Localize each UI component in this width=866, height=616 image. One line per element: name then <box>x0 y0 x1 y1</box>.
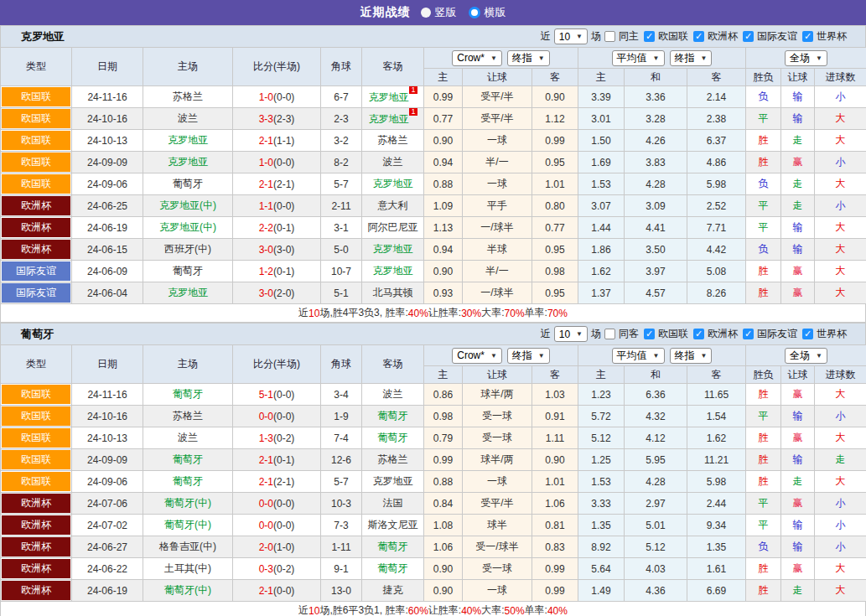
recent-count-select[interactable]: 10 <box>554 326 588 342</box>
topbar: 近期战绩 竖版 横版 <box>0 0 866 25</box>
score-cell: 5-1(0-0) <box>233 384 321 406</box>
avg-away: 2.44 <box>687 493 746 515</box>
league-checkbox-国际友谊[interactable]: ✓ <box>743 329 754 339</box>
avg-draw: 4.57 <box>625 282 687 304</box>
league-badge: 欧国联 <box>1 130 72 152</box>
match-row: 欧洲杯24-06-25克罗地亚(中)1-1(0-0)2-11意大利1.09平手0… <box>1 195 866 217</box>
odds-home: 0.94 <box>424 239 463 261</box>
odds-time-select[interactable]: 终指 <box>507 348 550 364</box>
odds-away: 1.01 <box>532 173 578 195</box>
result-handicap: 走 <box>781 130 815 152</box>
rank-superscript-badge: 1 <box>409 108 417 116</box>
subcol-outcome: 胜负 <box>746 69 781 86</box>
avg-provider-select[interactable]: 平均值 <box>612 348 665 364</box>
league-checkbox-国际友谊[interactable]: ✓ <box>743 31 754 42</box>
odds-home: 0.90 <box>424 580 463 602</box>
away-team: 葡萄牙 <box>362 558 424 580</box>
odds-away: 0.95 <box>532 282 578 304</box>
handicap-line: 球半/两 <box>463 449 532 471</box>
league-checkbox-欧国联[interactable]: ✓ <box>644 31 655 42</box>
result-handicap: 走 <box>781 471 815 493</box>
avg-draw: 6.36 <box>625 384 687 406</box>
league-badge: 国际友谊 <box>1 282 72 304</box>
recent-count-select[interactable]: 10 <box>554 28 588 44</box>
odds-away: 1.12 <box>532 108 578 130</box>
league-badge: 欧洲杯 <box>1 493 72 515</box>
avg-time-select[interactable]: 终指 <box>670 348 713 364</box>
league-checkbox-欧国联[interactable]: ✓ <box>644 329 655 339</box>
score-cell: 0-0(0-0) <box>233 493 321 515</box>
score-cell: 1-2(0-1) <box>233 261 321 282</box>
avg-provider-select[interactable]: 平均值 <box>612 50 665 66</box>
period-select[interactable]: 全场 <box>785 348 827 364</box>
avg-home: 5.72 <box>578 406 625 427</box>
avg-home: 1.44 <box>578 217 625 239</box>
result-goals: 大 <box>815 217 866 239</box>
corners-cell: 7-4 <box>321 427 362 449</box>
result-handicap: 输 <box>781 449 815 471</box>
odds-provider-select[interactable]: Crow* <box>452 348 502 364</box>
league-checkbox-欧洲杯[interactable]: ✓ <box>693 31 704 42</box>
subcol-odds-away: 客 <box>532 69 578 86</box>
match-row: 欧洲杯24-06-27格鲁吉亚(中)2-0(1-0)1-11葡萄牙1.06受一/… <box>1 536 866 558</box>
period-select[interactable]: 全场 <box>785 50 827 66</box>
summary-stat-value: 70% <box>505 308 525 319</box>
result-goals: 小 <box>815 515 866 536</box>
score-cell: 2-1(1-1) <box>233 130 321 152</box>
match-date: 24-06-19 <box>72 580 143 602</box>
avg-draw: 3.83 <box>625 152 687 173</box>
rank-superscript-badge: 1 <box>409 86 417 94</box>
subcol-odds-home: 主 <box>424 69 463 86</box>
match-row: 欧国联24-09-09葡萄牙2-1(0-1)12-6苏格兰0.99球半/两0.9… <box>1 449 866 471</box>
odds-away: 0.80 <box>532 195 578 217</box>
avg-draw: 4.41 <box>625 217 687 239</box>
avg-away: 1.62 <box>687 427 746 449</box>
radio-item-vertical[interactable]: 竖版 <box>421 5 457 20</box>
radio-vertical-icon[interactable] <box>421 8 431 18</box>
avg-draw: 5.01 <box>625 515 687 536</box>
match-date: 24-09-06 <box>72 173 143 195</box>
odds-away: 1.06 <box>532 493 578 515</box>
match-date: 24-06-25 <box>72 195 143 217</box>
result-handicap: 赢 <box>781 558 815 580</box>
radio-item-horizontal[interactable]: 横版 <box>469 5 506 20</box>
avg-draw: 5.12 <box>625 536 687 558</box>
match-date: 24-10-13 <box>72 130 143 152</box>
league-checkbox-世界杯[interactable]: ✓ <box>802 31 813 42</box>
avg-home: 1.25 <box>578 449 625 471</box>
avg-away: 5.98 <box>687 173 746 195</box>
away-team: 克罗地亚 <box>362 471 424 493</box>
same-venue-checkbox[interactable] <box>604 329 615 339</box>
league-badge: 欧国联 <box>1 108 72 130</box>
avg-time-select[interactable]: 终指 <box>670 50 713 66</box>
home-team: 葡萄牙(中) <box>143 580 233 602</box>
same-venue-checkbox[interactable] <box>604 31 615 42</box>
subcol-avg-away: 客 <box>687 69 746 86</box>
summary-stat-value: 10 <box>309 605 319 616</box>
result-handicap: 赢 <box>781 152 815 173</box>
odds-away: 0.91 <box>532 406 578 427</box>
avg-home: 3.39 <box>578 86 625 108</box>
result-outcome: 负 <box>746 536 781 558</box>
avg-home: 1.53 <box>578 471 625 493</box>
same-venue-label: 同主 <box>619 29 639 44</box>
radio-horizontal-icon[interactable] <box>469 7 480 18</box>
odds-time-select[interactable]: 终指 <box>507 50 550 66</box>
league-checkbox-欧洲杯[interactable]: ✓ <box>693 329 704 339</box>
result-outcome: 负 <box>746 86 781 108</box>
match-row: 欧洲杯24-06-19葡萄牙(中)2-1(0-0)13-0捷克0.90一球0.9… <box>1 580 866 602</box>
odds-provider-select[interactable]: Crow* <box>452 50 502 66</box>
league-checkbox-世界杯[interactable]: ✓ <box>802 329 813 339</box>
summary-text: 让胜率: <box>428 306 461 320</box>
subcol-avg-draw: 和 <box>625 366 687 384</box>
score-cell: 2-2(0-1) <box>233 217 321 239</box>
summary-stat-value: 50% <box>505 605 525 616</box>
result-handicap: 输 <box>781 239 815 261</box>
avg-draw: 4.26 <box>625 130 687 152</box>
score-cell: 0-0(0-0) <box>233 406 321 427</box>
odds-home: 0.94 <box>424 152 463 173</box>
home-team: 苏格兰 <box>143 86 233 108</box>
league-checkbox-label: 欧国联 <box>658 327 688 341</box>
match-date: 24-09-06 <box>72 471 143 493</box>
recent-suffix-label: 场 <box>591 29 601 44</box>
